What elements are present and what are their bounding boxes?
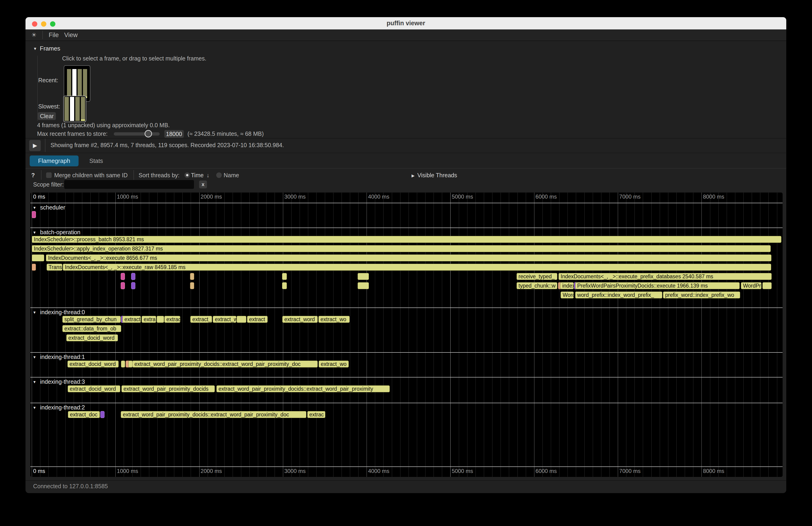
scope-bar[interactable]: extract_w	[213, 316, 236, 323]
scope-bar[interactable]: extract_word_pair_proximity_docids::extr…	[121, 411, 306, 418]
menu-view[interactable]: View	[64, 29, 78, 41]
menu-file[interactable]: File	[49, 29, 59, 41]
thread-header-indexing-thread:1[interactable]: ▼ indexing-thread:1	[33, 353, 85, 360]
scope-bar[interactable]: extract_word_pair_proximity_docids::extr…	[216, 385, 390, 392]
theme-toggle-sun-icon[interactable]: ☀	[31, 29, 37, 41]
scope-bar[interactable]: extract_doc	[68, 411, 100, 418]
frame-bar[interactable]	[67, 69, 71, 98]
section-separator	[30, 228, 783, 228]
scope-bar[interactable]	[32, 211, 36, 218]
scope-bar[interactable]: prefix_word::index_prefix_wo	[663, 292, 740, 298]
frame-bar[interactable]	[72, 69, 76, 98]
scope-bar[interactable]	[32, 264, 36, 271]
frame-bar[interactable]	[78, 69, 82, 98]
tab-flamegraph[interactable]: Flamegraph	[30, 156, 78, 166]
scope-bar[interactable]	[100, 411, 104, 418]
scope-label: extract_word_pair_proximity_docids::extr…	[219, 386, 373, 392]
visible-threads-header[interactable]: ▶Visible Threads	[411, 172, 457, 179]
scope-bar[interactable]: extrac	[307, 411, 325, 418]
scope-bar[interactable]: extract_	[190, 316, 212, 323]
flamegraph-canvas[interactable]: 0 ms1000 ms2000 ms3000 ms4000 ms5000 ms6…	[30, 192, 783, 477]
max-frames-slider-track[interactable]	[114, 132, 160, 135]
scope-bar[interactable]: extract	[122, 316, 141, 323]
indent-guide	[37, 56, 38, 121]
scope-bar[interactable]	[131, 282, 135, 289]
scope-bar[interactable]	[32, 254, 44, 261]
thread-header-indexing-thread:3[interactable]: ▼ indexing-thread:3	[33, 378, 85, 385]
axis-tick: 4000 ms	[367, 468, 389, 474]
sort-name-radio[interactable]	[216, 172, 222, 178]
scope-bar[interactable]: extract_word_pair_proximity_docids::extr…	[132, 361, 318, 367]
scope-label: extract_docid_word	[70, 386, 116, 392]
scope-bar[interactable]: extract_wo	[319, 361, 349, 367]
thread-header-indexing-thread:0[interactable]: ▼ indexing-thread:0	[33, 309, 85, 316]
scope-bar[interactable]	[358, 273, 369, 280]
scope-bar[interactable]	[128, 361, 133, 367]
scope-bar[interactable]	[190, 273, 194, 280]
thread-header-indexing-thread:2[interactable]: ▼ indexing-thread:2	[33, 404, 85, 411]
scope-bar[interactable]: extract_wo	[318, 316, 350, 323]
scope-bar[interactable]	[157, 316, 164, 323]
scope-bar[interactable]: extract::data_from_ob	[62, 325, 121, 332]
scope-bar[interactable]: extract	[247, 316, 268, 323]
scope-bar[interactable]: Word	[561, 292, 574, 298]
sort-direction-arrow-icon[interactable]: ↓	[206, 172, 209, 179]
clear-button[interactable]: Clear	[38, 112, 56, 120]
frame-bar[interactable]	[83, 69, 87, 98]
scope-bar[interactable]: IndexDocuments<_, _>::execute 8656.677 m…	[46, 254, 771, 261]
scope-bar[interactable]	[131, 273, 135, 280]
scope-bar[interactable]: IndexScheduler>::apply_index_operation 8…	[32, 245, 771, 252]
sort-time-label[interactable]: Time	[191, 172, 204, 179]
scope-bar[interactable]: WordPr	[741, 282, 762, 289]
slowest-frames-thumbnail[interactable]	[63, 96, 86, 122]
tab-stats[interactable]: Stats	[81, 156, 111, 166]
scope-filter-input[interactable]	[64, 180, 194, 189]
scope-bar[interactable]	[236, 316, 246, 323]
max-frames-slider-handle[interactable]	[145, 130, 152, 137]
scope-bar[interactable]: index	[560, 282, 574, 289]
frames-section-header[interactable]: ▼Frames	[33, 45, 60, 52]
scope-bar[interactable]: typed_chunk::w	[517, 282, 557, 289]
thread-header-scheduler[interactable]: ▼ scheduler	[33, 204, 66, 211]
thread-header-batch-operation[interactable]: ▼ batch-operation	[33, 229, 81, 236]
scope-bar[interactable]	[282, 273, 287, 280]
puffin-viewer-window: puffin viewer ☀ File View ▼Frames Click …	[26, 17, 786, 493]
scope-bar[interactable]	[121, 282, 125, 289]
frame-bar[interactable]	[75, 97, 80, 121]
scope-bar[interactable]	[358, 282, 369, 289]
merge-children-checkbox[interactable]	[46, 172, 52, 178]
scope-bar[interactable]: receive_typed_	[517, 273, 557, 280]
scope-bar[interactable]	[763, 282, 772, 289]
scope-bar[interactable]	[121, 273, 125, 280]
sort-time-radio[interactable]	[185, 172, 190, 178]
scope-bar[interactable]: PrefixWordPairsProximityDocids::execute …	[575, 282, 740, 289]
scope-bar[interactable]	[282, 282, 287, 289]
scope-bar[interactable]	[121, 361, 125, 367]
help-button[interactable]: ?	[31, 172, 35, 179]
frame-bar[interactable]	[64, 97, 69, 121]
sort-name-label[interactable]: Name	[223, 172, 239, 179]
scope-bar[interactable]: IndexDocuments<_, _>::execute_prefix_dat…	[559, 273, 772, 280]
scope-bar[interactable]: extract_word	[282, 316, 318, 323]
play-button[interactable]: ▶	[29, 140, 41, 151]
scope-bar[interactable]: extract_word_pair_proximity_docids	[121, 385, 215, 392]
clear-filter-button[interactable]: x	[199, 180, 207, 188]
scope-bar[interactable]: Trans	[47, 264, 62, 271]
max-frames-value[interactable]: 18000	[164, 130, 184, 138]
scope-label: PrefixWordPairsProximityDocids::execute …	[577, 283, 708, 289]
scope-bar[interactable]: split_grenad_by_chun	[62, 316, 121, 323]
frame-bar[interactable]	[70, 97, 74, 121]
scope-bar[interactable]	[190, 282, 194, 289]
scope-bar[interactable]: extra	[142, 316, 156, 323]
scope-bar[interactable]: IndexScheduler>::process_batch 8953.821 …	[32, 236, 781, 243]
scope-bar[interactable]: word_prefix::index_word_prefix_	[575, 292, 662, 298]
scope-bar[interactable]: IndexDocuments<_, _>::execute_raw 8459.1…	[63, 264, 771, 271]
frame-bar[interactable]	[81, 97, 85, 121]
axis-tick: 4000 ms	[367, 193, 389, 200]
scope-filter-label: Scope filter:	[33, 181, 64, 188]
scope-bar[interactable]: extract_docid_word	[68, 385, 120, 392]
scope-bar[interactable]: extrac	[164, 316, 180, 323]
scope-bar[interactable]: extract_docid_word	[66, 334, 118, 341]
scope-bar[interactable]: extract_docid_word	[68, 361, 119, 367]
merge-children-label[interactable]: Merge children with same ID	[54, 172, 128, 179]
